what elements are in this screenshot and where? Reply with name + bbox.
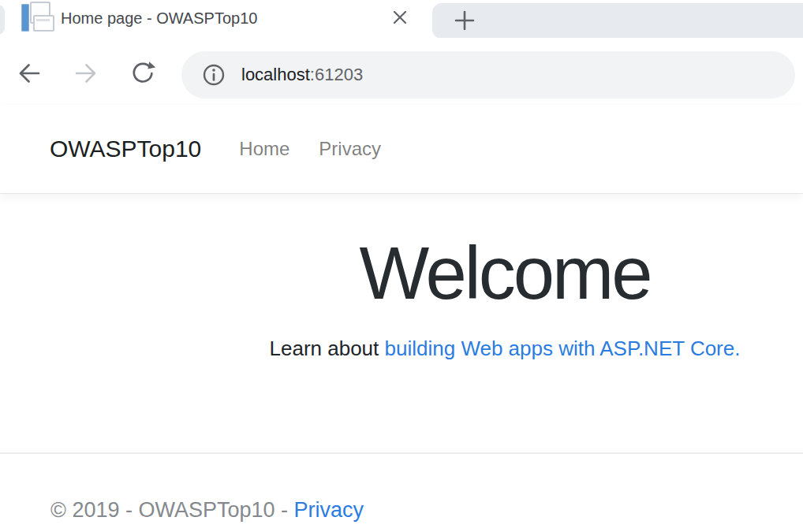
main-content: Welcome Learn about building Web apps wi…	[0, 194, 803, 361]
page-info-icon[interactable]	[201, 62, 226, 87]
forward-button[interactable]	[73, 60, 99, 87]
url-port: :61203	[310, 65, 363, 84]
url-text[interactable]: localhost:61203	[241, 51, 363, 99]
copyright-text: © 2019 - OWASPTop10 -	[50, 498, 294, 522]
nav-link-home[interactable]: Home	[239, 138, 289, 160]
tab-title: Home page - OWASPTop10	[61, 0, 257, 36]
tab-strip-empty-area	[432, 3, 803, 39]
browser-toolbar: localhost:61203	[0, 38, 803, 106]
site-footer: © 2019 - OWASPTop10 - Privacy	[0, 452, 803, 532]
reload-button[interactable]	[129, 60, 156, 87]
footer-line: © 2019 - OWASPTop10 - Privacy	[50, 498, 364, 523]
tab-close-icon[interactable]	[390, 7, 410, 28]
back-arrow-icon	[16, 60, 43, 87]
intro-text: Learn about	[270, 337, 385, 360]
intro-docs-link[interactable]: building Web apps with ASP.NET Core.	[385, 337, 741, 360]
reload-icon	[129, 60, 156, 87]
favicon-document-front	[33, 15, 54, 32]
site-favicon-icon	[21, 2, 52, 32]
nav-link-privacy[interactable]: Privacy	[319, 138, 381, 160]
address-bar[interactable]: localhost:61203	[181, 51, 795, 99]
site-navbar: OWASPTop10 Home Privacy	[0, 105, 803, 194]
favicon-blue-bar	[21, 4, 29, 32]
url-host: localhost	[241, 65, 310, 84]
active-tab[interactable]: Home page - OWASPTop10	[5, 0, 431, 38]
navbar-brand-link[interactable]: OWASPTop10	[50, 136, 201, 162]
tab-strip: Home page - OWASPTop10	[0, 0, 803, 38]
new-tab-button[interactable]	[453, 9, 476, 32]
browser-window: Home page - OWASPTop10	[0, 0, 803, 532]
welcome-heading: Welcome	[0, 235, 803, 313]
back-button[interactable]	[16, 60, 43, 87]
intro-paragraph: Learn about building Web apps with ASP.N…	[0, 337, 803, 361]
footer-privacy-link[interactable]: Privacy	[294, 498, 364, 522]
plus-icon	[453, 9, 476, 32]
forward-arrow-icon	[73, 60, 99, 87]
